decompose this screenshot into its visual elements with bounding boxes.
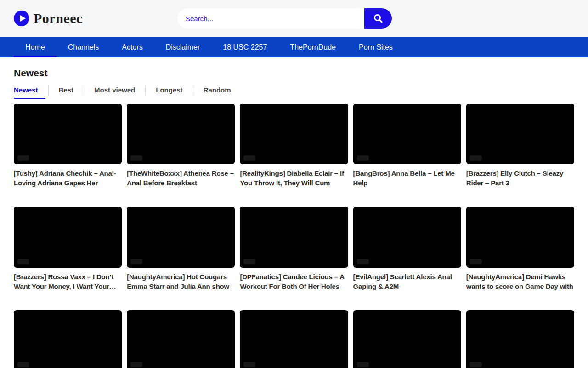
duration-badge	[470, 155, 482, 161]
video-thumbnail[interactable]	[240, 207, 348, 267]
search-input[interactable]	[177, 8, 364, 29]
nav-item-actors[interactable]: Actors	[110, 37, 154, 58]
video-thumbnail[interactable]	[14, 310, 122, 368]
video-thumbnail[interactable]	[353, 207, 461, 267]
video-thumbnail[interactable]	[466, 104, 574, 164]
video-title[interactable]: [Brazzers] Rossa Vaxx – I Don’t Want You…	[14, 272, 122, 291]
video-title[interactable]: [NaughtyAmerica] Hot Cougars Emma Starr …	[127, 272, 235, 291]
logo-text: Porneec	[34, 11, 83, 26]
duration-badge	[17, 259, 29, 264]
duration-badge	[17, 362, 29, 367]
video-thumbnail[interactable]	[353, 310, 461, 368]
video-thumbnail[interactable]	[127, 104, 235, 164]
duration-badge	[130, 155, 142, 161]
site-header: Porneec	[0, 0, 588, 37]
video-card[interactable]: [Tushy] Adriana Chechik – Anal-Loving Ad…	[14, 104, 122, 188]
video-card[interactable]: [EvilAngel] Scarlett Alexis Anal Gaping …	[353, 207, 461, 291]
nav-item-theporndude[interactable]: ThePornDude	[278, 37, 347, 58]
video-card[interactable]: [Brazzers] Rossa Vaxx – I Don’t Want You…	[14, 207, 122, 291]
video-card[interactable]: [TheWhiteBoxxx] Athenea Rose – Anal Befo…	[127, 104, 235, 188]
main-nav: Home Channels Actors Disclaimer 18 USC 2…	[0, 37, 588, 58]
search-form	[177, 8, 392, 29]
duration-badge	[470, 362, 482, 367]
video-title[interactable]: [Tushy] Adriana Chechik – Anal-Loving Ad…	[14, 168, 122, 188]
video-card[interactable]: [RealityKings] Diabella Eclair – If You …	[240, 104, 348, 188]
video-title[interactable]: [DPFanatics] Candee Licious – A Workout …	[240, 272, 348, 291]
video-title[interactable]: [Brazzers] Elly Clutch – Sleazy Rider – …	[466, 168, 574, 188]
video-card[interactable]: [NaughtyAmerica] Demi Hawks wants to sco…	[466, 207, 574, 291]
nav-item-18-usc-2257[interactable]: 18 USC 2257	[211, 37, 278, 58]
video-thumbnail[interactable]	[127, 207, 235, 267]
video-card[interactable]	[353, 310, 461, 368]
page-title: Newest	[14, 68, 574, 79]
nav-item-porn-sites[interactable]: Porn Sites	[347, 37, 404, 58]
video-thumbnail[interactable]	[127, 310, 235, 368]
video-card[interactable]	[127, 310, 235, 368]
main-content: Newest Newest Best Most viewed Longest R…	[0, 68, 588, 368]
video-grid: [Tushy] Adriana Chechik – Anal-Loving Ad…	[14, 104, 574, 368]
duration-badge	[470, 259, 482, 264]
tab-random[interactable]: Random	[193, 83, 241, 99]
video-title[interactable]: [NaughtyAmerica] Demi Hawks wants to sco…	[466, 272, 574, 291]
video-title[interactable]: [BangBros] Anna Bella – Let Me Help	[353, 168, 461, 188]
duration-badge	[243, 362, 255, 367]
video-title[interactable]: [RealityKings] Diabella Eclair – If You …	[240, 168, 348, 188]
duration-badge	[357, 259, 369, 264]
sort-tabs: Newest Best Most viewed Longest Random	[14, 83, 574, 99]
duration-badge	[357, 362, 369, 367]
site-logo[interactable]: Porneec	[14, 11, 83, 26]
video-title[interactable]: [TheWhiteBoxxx] Athenea Rose – Anal Befo…	[127, 168, 235, 188]
video-card[interactable]	[240, 310, 348, 368]
nav-item-home[interactable]: Home	[14, 37, 57, 58]
video-thumbnail[interactable]	[14, 207, 122, 267]
duration-badge	[243, 259, 255, 264]
duration-badge	[243, 155, 255, 161]
video-card[interactable]: [BangBros] Anna Bella – Let Me Help	[353, 104, 461, 188]
video-card[interactable]	[466, 310, 574, 368]
tab-most-viewed[interactable]: Most viewed	[84, 83, 145, 99]
video-thumbnail[interactable]	[240, 310, 348, 368]
tab-longest[interactable]: Longest	[146, 83, 192, 99]
video-card[interactable]: [DPFanatics] Candee Licious – A Workout …	[240, 207, 348, 291]
duration-badge	[130, 259, 142, 264]
search-button[interactable]	[364, 8, 392, 29]
video-thumbnail[interactable]	[466, 207, 574, 267]
nav-item-channels[interactable]: Channels	[57, 37, 111, 58]
video-card[interactable]	[14, 310, 122, 368]
video-card[interactable]: [NaughtyAmerica] Hot Cougars Emma Starr …	[127, 207, 235, 291]
video-title[interactable]: [EvilAngel] Scarlett Alexis Anal Gaping …	[353, 272, 461, 291]
tab-newest[interactable]: Newest	[14, 83, 48, 99]
video-thumbnail[interactable]	[14, 104, 122, 164]
video-thumbnail[interactable]	[466, 310, 574, 368]
nav-item-disclaimer[interactable]: Disclaimer	[154, 37, 212, 58]
search-icon	[373, 13, 383, 23]
tab-best[interactable]: Best	[49, 83, 84, 99]
duration-badge	[357, 155, 369, 161]
duration-badge	[17, 155, 29, 161]
play-icon	[14, 11, 29, 26]
video-card[interactable]: [Brazzers] Elly Clutch – Sleazy Rider – …	[466, 104, 574, 188]
duration-badge	[130, 362, 142, 367]
video-thumbnail[interactable]	[353, 104, 461, 164]
video-thumbnail[interactable]	[240, 104, 348, 164]
